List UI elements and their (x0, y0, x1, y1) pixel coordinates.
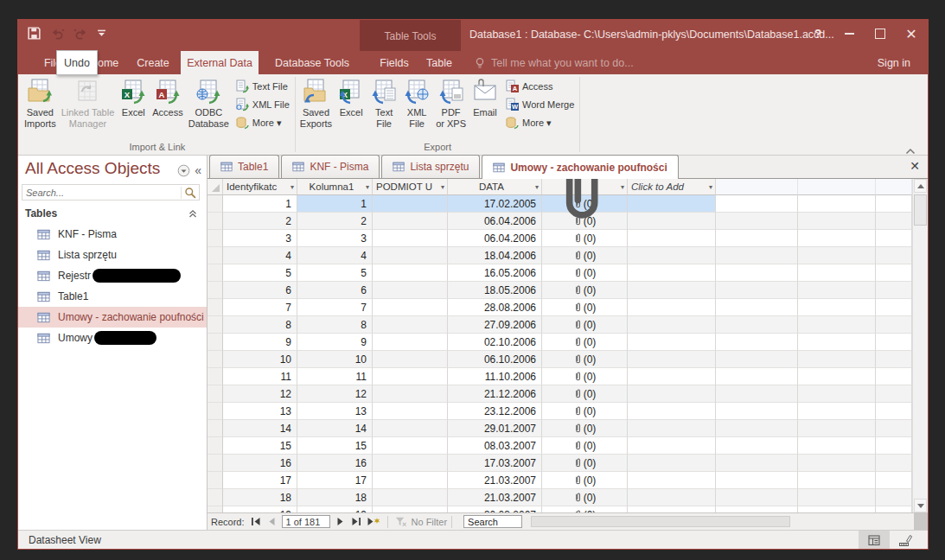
column-header-identyfikatc[interactable]: Identyfikatc▾ (223, 179, 297, 195)
tab-external-data[interactable]: External Data (181, 51, 259, 74)
horizontal-scroll-thumb[interactable] (531, 516, 790, 527)
nav-item-umowy[interactable]: Umowy (18, 328, 207, 348)
cell[interactable]: 02.10.2006 (448, 334, 542, 351)
doc-tab-table1[interactable]: Table1 (209, 155, 279, 178)
horizontal-scrollbar[interactable] (527, 513, 914, 530)
cell[interactable]: 2 (297, 213, 373, 230)
cell[interactable]: (0) (542, 489, 628, 506)
cell[interactable] (373, 472, 448, 489)
email-button[interactable]: Email (469, 76, 501, 120)
cell[interactable] (628, 351, 716, 368)
cell[interactable]: 21.03.2007 (448, 472, 542, 489)
cell[interactable] (628, 282, 716, 299)
first-record-icon[interactable] (251, 517, 261, 526)
cell[interactable]: 1 (223, 195, 297, 213)
cell[interactable] (373, 316, 448, 334)
column-header-data[interactable]: DATA▾ (448, 179, 542, 195)
access-button[interactable]: AAccess (505, 78, 574, 95)
cell[interactable]: 2 (223, 213, 297, 230)
design-view-button[interactable] (890, 531, 921, 549)
tell-me-box[interactable]: Tell me what you want to do... (474, 51, 634, 74)
cell[interactable]: 19 (223, 506, 297, 512)
cell[interactable] (628, 489, 716, 506)
tab-home[interactable]: ome (98, 51, 127, 74)
nav-item-knf-pisma[interactable]: KNF - Pisma (18, 224, 207, 245)
cell[interactable] (628, 247, 716, 264)
cell[interactable]: 08.03.2007 (448, 437, 542, 455)
cell[interactable]: 15 (297, 437, 373, 455)
nav-pane-title[interactable]: All Access Objects (25, 159, 160, 178)
cell[interactable]: (0) (542, 230, 628, 247)
cell[interactable]: 1 (297, 195, 373, 213)
cell[interactable]: (0) (542, 334, 628, 351)
select-all-corner[interactable] (208, 179, 223, 195)
cell[interactable] (628, 230, 716, 247)
cell[interactable] (373, 282, 448, 299)
nav-item-umowy-zachowanie-poufności[interactable]: Umowy - zachowanie poufności (18, 307, 207, 328)
doc-tab-knf-pisma[interactable]: KNF - Pisma (281, 155, 380, 178)
cell[interactable] (373, 299, 448, 316)
cell[interactable] (373, 230, 448, 247)
new-record-icon[interactable] (367, 517, 380, 526)
cell[interactable]: 8 (223, 316, 297, 334)
cell[interactable]: 28.08.2006 (448, 299, 542, 316)
row-selector[interactable] (208, 213, 223, 230)
column-dropdown-icon[interactable]: ▾ (709, 183, 715, 191)
customize-qat-icon[interactable] (97, 29, 106, 38)
cell[interactable]: 3 (297, 230, 373, 247)
cell[interactable]: 4 (297, 247, 373, 264)
row-selector[interactable] (208, 316, 223, 334)
cell[interactable] (373, 264, 448, 282)
cell[interactable]: 17 (223, 472, 297, 489)
cell[interactable]: 06.04.2006 (448, 230, 542, 247)
cell[interactable]: 10 (223, 351, 297, 368)
cell[interactable]: 11 (297, 368, 373, 385)
no-filter-button[interactable]: No Filter (393, 516, 448, 527)
cell[interactable] (628, 299, 716, 316)
column-dropdown-icon[interactable]: ▾ (621, 183, 627, 191)
current-record-box[interactable]: 1 of 181 (282, 515, 330, 528)
row-selector[interactable] (208, 282, 223, 299)
previous-record-icon[interactable] (266, 517, 277, 526)
cell[interactable]: 17.03.2007 (448, 455, 542, 472)
cell[interactable] (373, 403, 448, 420)
redo-icon[interactable] (73, 26, 88, 41)
cell[interactable]: 18 (223, 489, 297, 506)
cell[interactable] (628, 437, 716, 455)
last-record-icon[interactable] (351, 517, 361, 526)
scroll-up-icon[interactable] (914, 179, 927, 193)
text-file-button[interactable]: TextFile (367, 76, 400, 131)
cell[interactable] (373, 247, 448, 264)
cell[interactable]: 17.02.2005 (448, 195, 542, 213)
cell[interactable]: 14 (223, 420, 297, 437)
column-header-podmiot-u[interactable]: PODMIOT U▾ (373, 179, 448, 195)
row-selector[interactable] (208, 385, 223, 403)
cell[interactable]: 16 (297, 455, 373, 472)
cell[interactable]: (0) (542, 472, 628, 489)
vertical-scroll-thumb[interactable] (914, 194, 927, 226)
cell[interactable]: 10 (297, 351, 373, 368)
cell[interactable]: (0) (542, 316, 628, 334)
cell[interactable]: 23.12.2006 (448, 403, 542, 420)
cell[interactable] (373, 489, 448, 506)
row-selector[interactable] (208, 489, 223, 506)
cell[interactable]: 4 (223, 247, 297, 264)
cell[interactable]: 18.05.2006 (448, 282, 542, 299)
collapse-group-icon[interactable] (188, 208, 198, 219)
search-icon[interactable] (181, 187, 196, 199)
cell[interactable]: 21.12.2006 (448, 385, 542, 403)
cell[interactable]: 12 (223, 385, 297, 403)
tab-database-tools[interactable]: Database Tools (271, 51, 354, 74)
cell[interactable] (373, 368, 448, 385)
cell[interactable]: 21.03.2007 (448, 489, 542, 506)
cell[interactable]: 14 (297, 420, 373, 437)
row-selector[interactable] (208, 472, 223, 489)
cell[interactable]: 30.03.2007 (448, 506, 542, 512)
cell[interactable]: 11 (223, 368, 297, 385)
cell[interactable]: 7 (297, 299, 373, 316)
cell[interactable]: (0) (542, 282, 628, 299)
cell[interactable]: (0) (542, 247, 628, 264)
nav-item-lista-sprzętu[interactable]: Lista sprzętu (18, 245, 207, 265)
cell[interactable]: 18.04.2006 (448, 247, 542, 264)
row-selector[interactable] (208, 437, 223, 455)
